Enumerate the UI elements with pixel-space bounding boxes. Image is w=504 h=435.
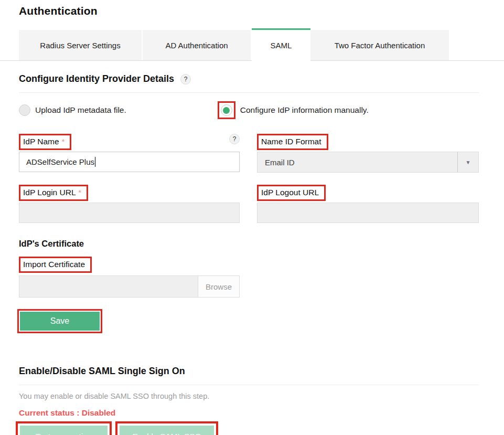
idp-login-url-field-group: IdP Login URL* <box>19 185 240 223</box>
idp-form-row-2: IdP Login URL* IdP Logout URL <box>19 185 479 223</box>
help-icon[interactable]: ? <box>229 134 240 144</box>
annotation-box: Import Certificate <box>19 257 92 273</box>
tab-bar: Radius Server Settings AD Authentication… <box>0 28 504 61</box>
name-id-format-label: Name ID Format <box>261 137 321 146</box>
radio-upload-metadata[interactable] <box>19 104 30 116</box>
idp-name-value: ADSelfService Plus <box>26 157 94 166</box>
name-id-format-field-group: Name ID Format Email ID ▼ <box>257 134 479 173</box>
saml-settings-page: Authentication Radius Server Settings AD… <box>0 0 504 435</box>
idp-logout-url-label: IdP Logout URL <box>261 188 319 197</box>
browse-button[interactable]: Browse <box>198 276 239 297</box>
sso-buttons-row: Test connection Enable SAML SSO <box>16 421 504 435</box>
radio-selected-dot <box>223 107 230 114</box>
configure-idp-section-header: Configure Identity Provider Details ? <box>19 73 504 84</box>
radio-configure-manually-label[interactable]: Configure IdP information manually. <box>240 105 369 115</box>
section-title-configure-idp: Configure Identity Provider Details <box>19 73 174 84</box>
idp-login-url-input[interactable] <box>19 203 240 223</box>
idp-certificate-heading: IdP's Certificate <box>19 239 504 249</box>
idp-name-field-group: IdP Name* ? ADSelfService Plus <box>19 134 240 173</box>
annotation-box: Enable SAML SSO <box>115 421 218 435</box>
certificate-file-field[interactable] <box>19 276 198 297</box>
enable-saml-sso-button[interactable]: Enable SAML SSO <box>120 426 214 435</box>
sso-section-heading: Enable/Disable SAML Single Sign On <box>19 366 504 377</box>
required-asterisk: * <box>79 188 81 197</box>
idp-form-row-1: IdP Name* ? ADSelfService Plus Name ID F… <box>19 134 479 173</box>
save-button[interactable]: Save <box>20 312 100 331</box>
idp-logout-url-input[interactable] <box>257 203 479 223</box>
radio-configure-manually[interactable] <box>221 104 232 116</box>
required-asterisk: * <box>62 137 65 146</box>
annotation-box: Name ID Format <box>257 134 328 150</box>
tab-saml[interactable]: SAML <box>252 28 310 61</box>
annotation-box: IdP Logout URL <box>257 185 326 201</box>
divider <box>19 92 479 93</box>
import-certificate-label: Import Certificate <box>23 260 85 269</box>
annotation-box <box>218 101 235 119</box>
help-icon[interactable]: ? <box>180 74 191 84</box>
page-title: Authentication <box>19 0 504 17</box>
import-certificate-label-row: Import Certificate <box>19 257 504 273</box>
idp-logout-url-field-group: IdP Logout URL <box>257 185 479 223</box>
import-certificate-file-control: Browse <box>19 275 240 298</box>
idp-name-label: IdP Name <box>23 137 59 146</box>
sso-status-text: Current status : Disabled <box>19 408 504 418</box>
annotation-box: Save <box>17 309 102 333</box>
annotation-box: IdP Login URL* <box>19 185 88 201</box>
sso-description: You may enable or disable SAML SSO throu… <box>19 392 504 400</box>
tab-ad-authentication[interactable]: AD Authentication <box>143 30 252 60</box>
text-caret <box>95 157 95 167</box>
tab-radius-server-settings[interactable]: Radius Server Settings <box>19 30 143 60</box>
test-connection-button[interactable]: Test connection <box>20 426 108 435</box>
annotation-box: Test connection <box>16 421 112 435</box>
idp-name-input[interactable]: ADSelfService Plus <box>19 152 240 172</box>
name-id-format-value: Email ID <box>258 158 457 167</box>
radio-upload-metadata-label[interactable]: Upload IdP metadata file. <box>35 105 126 115</box>
annotation-box: IdP Name* <box>19 134 71 150</box>
idp-login-url-label: IdP Login URL <box>23 188 76 197</box>
idp-config-mode-radios: Upload IdP metadata file. Configure IdP … <box>19 101 504 120</box>
divider <box>19 385 479 385</box>
tab-two-factor-authentication[interactable]: Two Factor Authentication <box>310 30 449 60</box>
name-id-format-select[interactable]: Email ID ▼ <box>257 152 479 173</box>
chevron-down-icon[interactable]: ▼ <box>457 152 478 172</box>
